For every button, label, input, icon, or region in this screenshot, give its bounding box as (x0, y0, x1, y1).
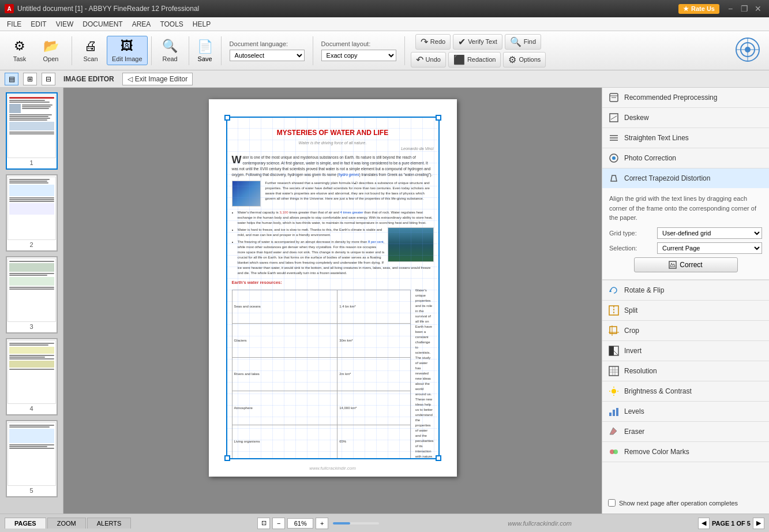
menu-view[interactable]: VIEW (51, 18, 78, 30)
redaction-button[interactable]: ⬛ Redaction (448, 52, 501, 68)
menu-tools[interactable]: TOOLS (155, 18, 187, 30)
panel-remove-color-marks[interactable]: Remove Color Marks (602, 442, 769, 462)
doc-layout-select[interactable]: Exact copy (321, 50, 396, 61)
close-button[interactable]: ✕ (752, 3, 764, 14)
correct-icon (669, 261, 677, 269)
undo-icon: ↶ (416, 54, 423, 65)
zoom-out-button[interactable]: − (272, 518, 285, 529)
redaction-icon: ⬛ (453, 54, 465, 65)
page-thumb-4[interactable]: 4 (6, 338, 58, 415)
find-button[interactable]: 🔍 Find (505, 34, 541, 50)
read-button[interactable]: 🔍 Read (155, 36, 185, 65)
page-thumb-2[interactable]: 2 (6, 174, 58, 252)
remove-color-marks-label: Remove Color Marks (624, 448, 689, 456)
scan-button[interactable]: 🖨 Scan (76, 36, 106, 65)
correct-button[interactable]: Correct (634, 257, 738, 272)
exit-image-editor-label: Exit Image Editor (135, 75, 187, 83)
panel-correct-trapezoid: Correct Trapezoid Distortion Align the g… (602, 168, 769, 280)
open-icon: 📂 (43, 39, 59, 54)
selection-row: Selection: Current Page (609, 242, 762, 254)
panel-eraser[interactable]: Eraser (602, 422, 769, 442)
page-thumb-5[interactable]: 5 (6, 420, 58, 497)
correct-trapezoid-header[interactable]: Correct Trapezoid Distortion (602, 168, 769, 188)
scan-icon: 🖨 (84, 39, 97, 54)
svg-marker-17 (670, 263, 675, 267)
grid-type-select[interactable]: User-defined grid (657, 227, 762, 239)
panel-straighten[interactable]: Straighten Text Lines (602, 128, 769, 148)
selection-label: Selection: (609, 245, 652, 252)
tab-pages[interactable]: PAGES (5, 518, 46, 529)
menu-area[interactable]: AREA (127, 18, 156, 30)
brightness-contrast-label: Brightness & Contrast (624, 387, 692, 395)
menu-document[interactable]: DOCUMENT (78, 18, 127, 30)
rate-us-label: Rate Us (691, 5, 715, 12)
panel-rotate-flip[interactable]: Rotate & Flip (602, 280, 769, 301)
doc-language-select[interactable]: Autoselect (230, 50, 305, 61)
rate-us-button[interactable]: ★ Rate Us (678, 4, 719, 14)
exit-image-editor-button[interactable]: ◁ Exit Image Editor (122, 73, 193, 85)
show-next-page-checkbox[interactable] (608, 499, 616, 507)
open-label: Open (43, 55, 59, 62)
doc-footer: www.fullcrackindir.com (209, 466, 457, 471)
document-area[interactable]: MYSTERIES OF WATER AND LIFE Water is the… (63, 88, 602, 514)
svg-point-41 (613, 449, 618, 454)
rotate-icon (608, 284, 620, 296)
split-icon (608, 305, 620, 316)
menu-edit[interactable]: EDIT (26, 18, 51, 30)
restore-button[interactable]: ❐ (738, 3, 751, 14)
redo-button[interactable]: ↷ Redo (415, 34, 451, 50)
task-button[interactable]: ⚙ Task (5, 36, 35, 65)
save-button[interactable]: 📄 Save (193, 37, 217, 65)
page-num-1: 1 (28, 158, 34, 167)
panel-brightness-contrast[interactable]: Brightness & Contrast (602, 381, 769, 402)
view-grid-button[interactable]: ⊞ (23, 73, 37, 85)
tab-zoom[interactable]: ZOOM (47, 518, 86, 529)
view-list-button[interactable]: ▤ (5, 73, 18, 85)
undo-button[interactable]: ↶ Undo (411, 52, 446, 68)
menu-file[interactable]: FILE (2, 18, 26, 30)
panel-crop[interactable]: Crop (602, 321, 769, 341)
page-thumb-3[interactable]: 3 (6, 256, 58, 334)
panel-photo-correction[interactable]: Photo Correction (602, 148, 769, 168)
network-icon-area (733, 35, 767, 66)
eraser-icon (608, 426, 620, 437)
status-bar: PAGES ZOOM ALERTS ⊡ − 61% + www.fullcrac… (0, 514, 769, 532)
tab-alerts[interactable]: ALERTS (87, 518, 132, 529)
panel-recommended-preprocessing[interactable]: Recommended Preprocessing (602, 88, 769, 108)
window-title: Untitled document [1] - ABBYY FineReader… (17, 5, 199, 13)
svg-marker-15 (611, 175, 617, 181)
redo-label: Redo (430, 38, 445, 45)
view-fit-button[interactable]: ⊟ (42, 73, 55, 85)
panel-levels[interactable]: Levels (602, 402, 769, 422)
menu-help[interactable]: HELP (188, 18, 215, 30)
divider-1 (72, 36, 72, 65)
svg-rect-25 (609, 346, 614, 355)
verify-text-button[interactable]: ✔ Verify Text (453, 34, 502, 50)
invert-label: Invert (624, 347, 642, 355)
zoom-fit-button[interactable]: ⊡ (257, 518, 270, 529)
next-page-button[interactable]: ▶ (753, 518, 764, 529)
prev-page-button[interactable]: ◀ (698, 518, 710, 529)
page-num-4: 4 (28, 404, 34, 413)
panel-resolution[interactable]: Resolution (602, 361, 769, 381)
svg-rect-26 (609, 366, 618, 376)
show-next-page-label[interactable]: Show next page after operation completes (619, 500, 738, 507)
open-button[interactable]: 📂 Open (36, 36, 66, 65)
panel-split[interactable]: Split (602, 301, 769, 321)
divider-3 (189, 36, 189, 65)
right-panel: Recommended Preprocessing Deskew Straigh… (602, 88, 769, 514)
svg-marker-39 (610, 428, 617, 434)
svg-point-31 (612, 389, 616, 394)
panel-deskew[interactable]: Deskew (602, 108, 769, 128)
selection-select[interactable]: Current Page (657, 242, 762, 254)
document-content: MYSTERIES OF WATER AND LIFE Water is the… (209, 99, 457, 477)
minimize-button[interactable]: − (724, 3, 737, 14)
zoom-in-button[interactable]: + (316, 518, 328, 529)
options-button[interactable]: ⚙ Options (503, 52, 546, 68)
panel-invert[interactable]: Invert (602, 341, 769, 361)
save-icon: 📄 (197, 39, 213, 54)
page-thumb-1[interactable]: 1 (6, 92, 58, 170)
page-num-2: 2 (28, 240, 34, 249)
edit-image-button[interactable]: 🖼 Edit Image (107, 36, 148, 65)
zoom-slider[interactable] (333, 522, 379, 524)
